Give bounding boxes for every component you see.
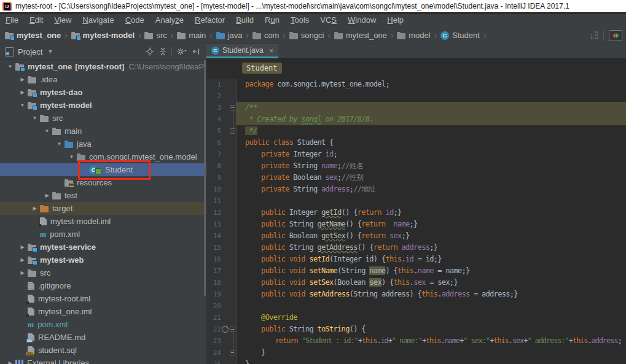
tab-student-java[interactable]: C Student.java × — [206, 44, 278, 58]
editor-gutter[interactable]: 16 — [206, 254, 237, 265]
code-line-content[interactable]: public void setId(Integer id) {this.id =… — [237, 254, 626, 265]
editor-gutter[interactable]: 3 — [206, 102, 237, 114]
editor-gutter[interactable]: 20 — [206, 300, 237, 312]
tree-expand-arrow[interactable]: ▼ — [66, 154, 77, 160]
tree-expand-arrow[interactable]: ▶ — [5, 360, 15, 364]
tree-row-mytest-web[interactable]: ▶mytest-web — [0, 254, 206, 266]
menu-item-help[interactable]: Help — [381, 14, 409, 27]
tree-row-pom-xml[interactable]: mpom.xml — [0, 318, 206, 331]
code-line-content[interactable]: public String toString() { — [237, 323, 626, 335]
tree-expand-arrow[interactable]: ▼ — [17, 103, 28, 108]
code-line-content[interactable]: public Integer getId() {return id;} — [237, 207, 626, 219]
code-line-content[interactable]: /** — [237, 102, 626, 114]
breadcrumb-item-com[interactable]: com — [252, 31, 280, 40]
code-line-content[interactable]: package com.songci.mytest_one.model; — [237, 79, 626, 90]
editor-gutter[interactable]: 17 — [206, 265, 237, 277]
hide-panel-icon[interactable] — [192, 47, 200, 56]
override-method-icon[interactable] — [222, 326, 229, 333]
editor-gutter[interactable]: 2 — [206, 90, 237, 102]
locate-file-icon[interactable] — [146, 47, 154, 56]
editor-gutter[interactable]: 24 — [206, 347, 237, 358]
tree-row-external-libraries[interactable]: ▶External Libraries — [0, 357, 206, 364]
tree-expand-arrow[interactable]: ▶ — [17, 244, 28, 250]
code-line-content[interactable] — [237, 90, 626, 102]
breadcrumb-item-java[interactable]: java — [216, 31, 243, 40]
breadcrumb-item-mytest_one[interactable]: mytest_one — [334, 31, 387, 40]
editor-gutter[interactable]: 21 — [206, 312, 237, 323]
settings-gear-icon[interactable] — [176, 47, 187, 56]
code-line-content[interactable]: return "Student : id:"+this.id+" name:"+… — [237, 335, 626, 347]
tree-row-mytest-one[interactable]: ▼mytest_one[mytest-root]C:\Users\songl\I… — [0, 60, 206, 73]
tree-expand-arrow[interactable]: ▼ — [29, 115, 40, 121]
changed-files-icon[interactable] — [609, 30, 622, 41]
code-line-content[interactable]: private Boolean sex;//性别 — [237, 172, 626, 184]
breadcrumb-item-songci[interactable]: songci — [289, 31, 324, 40]
collapse-all-icon[interactable] — [158, 47, 167, 56]
editor-gutter[interactable]: 12 — [206, 207, 237, 219]
tree-row-mytest-model-iml[interactable]: mytest-model.iml — [0, 215, 206, 228]
fold-end-icon[interactable] — [230, 128, 235, 134]
editor-gutter[interactable]: 5 — [206, 125, 237, 137]
tree-row--gitignore[interactable]: .gitignore — [0, 279, 206, 292]
menu-item-vcs[interactable]: VCS — [315, 14, 342, 27]
chevron-down-icon[interactable]: ▼ — [47, 48, 53, 55]
tree-expand-arrow[interactable]: ▶ — [29, 206, 40, 211]
editor-gutter[interactable]: 8 — [206, 160, 237, 172]
code-line-content[interactable]: * Created by songl on 2017/8/8. — [237, 114, 626, 125]
breadcrumb-item-src[interactable]: src — [144, 31, 166, 40]
editor-gutter[interactable]: 19 — [206, 288, 237, 300]
tree-row-mytest-root-iml[interactable]: mytest-root.iml — [0, 292, 206, 305]
tree-expand-arrow[interactable]: ▶ — [17, 257, 28, 263]
breadcrumb-item-student[interactable]: CStudent — [440, 31, 480, 40]
menu-item-window[interactable]: Window — [342, 14, 381, 27]
editor-gutter[interactable]: 22 — [206, 323, 237, 335]
code-line-content[interactable]: } — [237, 358, 626, 364]
editor-gutter[interactable]: 23 — [206, 335, 237, 347]
editor-gutter[interactable]: 10 — [206, 184, 237, 195]
editor-gutter[interactable]: 11 — [206, 195, 237, 207]
editor-gutter[interactable]: 13 — [206, 219, 237, 230]
incoming-changes-icon[interactable]: ↓ 011001 — [589, 31, 598, 40]
code-line-content[interactable]: public Boolean getSex() {return sex;} — [237, 230, 626, 242]
tree-expand-arrow[interactable]: ▼ — [5, 64, 15, 69]
code-viewport[interactable]: 1package com.songci.mytest_one.model;23/… — [206, 59, 626, 364]
tree-row-mytest-service[interactable]: ▶mytest-service — [0, 241, 206, 254]
tree-row-main[interactable]: ▼main — [0, 125, 206, 137]
menu-item-run[interactable]: Run — [259, 14, 285, 27]
close-tab-icon[interactable]: × — [269, 46, 274, 55]
fold-end-icon[interactable] — [230, 350, 235, 355]
fold-start-icon[interactable] — [230, 105, 235, 110]
code-line-content[interactable] — [237, 195, 626, 207]
breadcrumb-item-mytest_one[interactable]: mytest_one — [5, 31, 61, 40]
project-tree-scrollbar[interactable] — [204, 60, 206, 296]
code-line-content[interactable]: public void setAddress(String address) {… — [237, 288, 626, 300]
code-line-content[interactable]: private Integer id; — [237, 149, 626, 160]
menu-item-view[interactable]: View — [49, 14, 77, 27]
editor-gutter[interactable]: 9 — [206, 172, 237, 184]
tree-expand-arrow[interactable]: ▼ — [54, 141, 65, 147]
menu-item-edit[interactable]: Edit — [24, 14, 49, 27]
code-line-content[interactable]: @Override — [237, 312, 626, 323]
tree-expand-arrow[interactable]: ▶ — [17, 90, 28, 95]
menu-item-build[interactable]: Build — [230, 14, 259, 27]
editor-gutter[interactable]: 4 — [206, 114, 237, 125]
menu-item-file[interactable]: File — [0, 14, 24, 27]
editor-gutter[interactable]: 18 — [206, 277, 237, 288]
code-line-content[interactable]: public String getName() {return name;} — [237, 219, 626, 230]
tree-row-test[interactable]: ▶test — [0, 189, 206, 202]
tree-row--idea[interactable]: ▶.idea — [0, 73, 206, 86]
code-line-content[interactable]: } — [237, 347, 626, 358]
menu-item-tools[interactable]: Tools — [285, 14, 315, 27]
tree-row-mytest-one-iml[interactable]: mytest_one.iml — [0, 305, 206, 318]
code-line-content[interactable]: public void setSex(Boolean sex) {this.se… — [237, 277, 626, 288]
editor-gutter[interactable]: 6 — [206, 137, 237, 149]
tree-row-readme-md[interactable]: MDREADME.md — [0, 331, 206, 344]
tree-expand-arrow[interactable]: ▶ — [17, 270, 28, 276]
tree-row-mytest-dao[interactable]: ▶mytest-dao — [0, 86, 206, 99]
tree-row-src[interactable]: ▶src — [0, 266, 206, 279]
editor-gutter[interactable]: 7 — [206, 149, 237, 160]
editor-gutter[interactable]: 15 — [206, 242, 237, 254]
menu-item-code[interactable]: Code — [120, 14, 150, 27]
tree-row-student-sql[interactable]: SQLstudent.sql — [0, 344, 206, 357]
tree-row-pom-xml[interactable]: mpom.xml — [0, 228, 206, 241]
